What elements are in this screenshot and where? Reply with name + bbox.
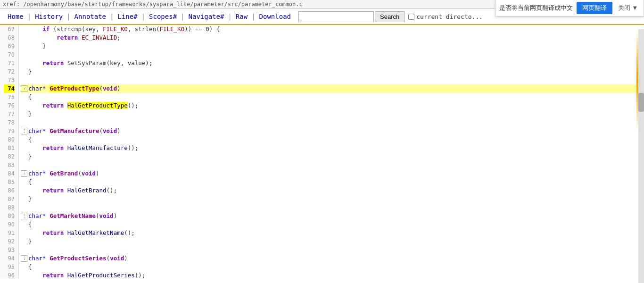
line-num-67: 67	[4, 25, 15, 33]
line-num-89: 89	[4, 212, 15, 220]
code-line-82: }	[21, 152, 644, 161]
fold-icon-94[interactable]: ⋮	[21, 255, 27, 262]
line-num-71: 71	[4, 59, 15, 67]
code-line-86: return HalGetBrand();	[21, 186, 644, 195]
code-area: 67 68 69 70 71 72 73 74 75 76 77 78 79 8…	[0, 25, 644, 279]
chevron-down-icon: ▼	[632, 4, 638, 11]
code-line-73	[21, 76, 644, 84]
code-line-96: return HalGetProductSeries();	[21, 271, 644, 279]
code-line-77: }	[21, 110, 644, 118]
code-line-74: ⋮ char* GetProductType(void)	[21, 84, 644, 93]
line-num-78: 78	[4, 118, 15, 127]
code-line-95: {	[21, 263, 644, 271]
code-line-79: ⋮ char* GetManufacture(void)	[21, 127, 644, 135]
search-input[interactable]	[298, 11, 374, 22]
current-dir-checkbox[interactable]	[408, 14, 414, 20]
code-line-78	[21, 118, 644, 127]
line-num-75: 75	[4, 93, 15, 101]
code-line-91: return HalGetMarketName();	[21, 229, 644, 237]
nav-raw[interactable]: Raw	[232, 11, 251, 22]
code-line-67: if (strncmp(key, FILE_KO, strlen(FILE_KO…	[21, 25, 644, 33]
translation-text: 是否将当前网页翻译成中文	[499, 4, 573, 12]
scroll-thumb[interactable]	[638, 93, 644, 112]
code-line-70	[21, 50, 644, 59]
code-line-88	[21, 203, 644, 212]
nav-annotate[interactable]: Annotate	[71, 11, 110, 22]
line-num-90: 90	[4, 220, 15, 229]
code-line-71: return SetSysParam(key, value);	[21, 59, 644, 67]
line-num-88: 88	[4, 203, 15, 212]
nav-line[interactable]: Line#	[114, 11, 141, 22]
code-line-90: {	[21, 220, 644, 229]
code-line-69: }	[21, 42, 644, 50]
code-line-93	[21, 246, 644, 254]
code-line-81: return HalGetManufacture();	[21, 144, 644, 152]
line-num-73: 73	[4, 76, 15, 84]
line-num-86: 86	[4, 186, 15, 195]
code-line-87: }	[21, 195, 644, 203]
line-num-95: 95	[4, 263, 15, 271]
code-line-92: }	[21, 237, 644, 246]
line-num-83: 83	[4, 161, 15, 169]
code-line-85: {	[21, 178, 644, 186]
code-line-76: return HalGetProductType();	[21, 101, 644, 110]
file-path-text: xref: /openharmony/base/startup/framewor…	[3, 1, 303, 8]
current-dir-label: current directo...	[416, 13, 483, 20]
line-num-74: 74	[4, 84, 15, 93]
line-num-92: 92	[4, 237, 15, 246]
nav-navigate[interactable]: Navigate#	[185, 11, 228, 22]
fold-icon-74[interactable]: ⋮	[21, 85, 27, 92]
line-num-79: 79	[4, 127, 15, 135]
line-num-85: 85	[4, 178, 15, 186]
line-num-84: 84	[4, 169, 15, 178]
fold-icon-79[interactable]: ⋮	[21, 128, 27, 134]
fold-icon-84[interactable]: ⋮	[21, 170, 27, 177]
nav-download[interactable]: Download	[256, 11, 295, 22]
search-button[interactable]: Search	[375, 11, 405, 22]
line-num-87: 87	[4, 195, 15, 203]
nav-home[interactable]: Home	[4, 11, 27, 22]
line-num-96: 96	[4, 271, 15, 279]
code-line-83	[21, 161, 644, 169]
code-line-94: ⋮ char* GetProductSeries(void)	[21, 254, 644, 263]
line-num-77: 77	[4, 110, 15, 118]
code-line-75: {	[21, 93, 644, 101]
code-line-68: return EC_INVALID;	[21, 33, 644, 42]
nav-scopes[interactable]: Scopes#	[145, 11, 181, 22]
line-num-68: 68	[4, 33, 15, 42]
close-translate-button[interactable]: 关闭 ▼	[616, 3, 640, 13]
line-num-81: 81	[4, 144, 15, 152]
code-content: if (strncmp(key, FILE_KO, strlen(FILE_KO…	[19, 25, 644, 279]
line-numbers: 67 68 69 70 71 72 73 74 75 76 77 78 79 8…	[0, 25, 19, 279]
code-line-89: ⋮ char* GetMarketName(void)	[21, 212, 644, 220]
line-num-91: 91	[4, 229, 15, 237]
code-line-84: ⋮ char* GetBrand(void)	[21, 169, 644, 178]
line-num-76: 76	[4, 101, 15, 110]
line-num-69: 69	[4, 42, 15, 50]
nav-history[interactable]: History	[31, 11, 66, 22]
scrollbar[interactable]	[638, 29, 644, 279]
translate-button[interactable]: 网页翻译	[577, 2, 612, 14]
line-num-70: 70	[4, 50, 15, 59]
line-num-93: 93	[4, 246, 15, 254]
translation-bar: 是否将当前网页翻译成中文 网页翻译 关闭 ▼	[495, 0, 644, 17]
fold-icon-89[interactable]: ⋮	[21, 213, 27, 219]
line-num-80: 80	[4, 135, 15, 144]
line-num-82: 82	[4, 152, 15, 161]
code-line-80: {	[21, 135, 644, 144]
line-num-94: 94	[4, 254, 15, 263]
code-line-72: }	[21, 67, 644, 76]
line-num-72: 72	[4, 67, 15, 76]
